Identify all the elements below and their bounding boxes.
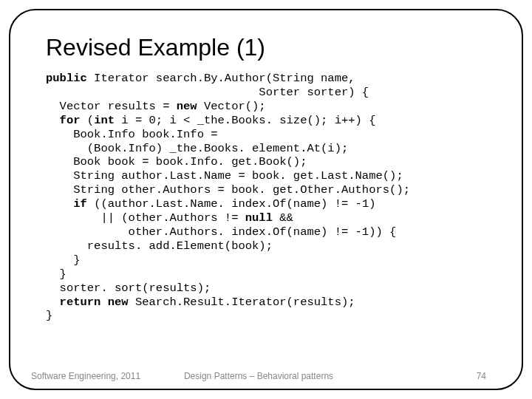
code-text: String other.Authors = book. get.Other.A… [46,183,410,197]
code-text: Search.Result.Iterator(results); [129,296,355,309]
code-text [46,197,73,211]
code-block: public Iterator search.By.Author(String … [46,72,486,323]
code-text: results. add.Element(book); [46,239,273,253]
slide-title: Revised Example (1) [46,34,486,61]
code-text: } [46,253,81,267]
footer-center: Design Patterns – Behavioral patterns [145,371,372,381]
code-text: sorter. sort(results); [46,282,211,295]
code-text: Iterator search.By.Author(String name, [87,72,355,85]
code-text: Vector(); [197,100,266,113]
kw-null: null [245,211,273,225]
code-text: other.Authors. index.Of(name) != -1)) { [46,225,396,239]
page-number: 74 [372,371,486,381]
kw-for: for [60,114,81,127]
code-text: i = 0; i < _the.Books. size(); i++) { [115,114,375,127]
kw-if: if [73,197,87,211]
code-text: String author.Last.Name = book. get.Last… [46,169,403,183]
code-text: ((author.Last.Name. index.Of(name) != -1… [87,197,376,211]
kw-return-new: return new [60,296,129,309]
code-text: ( [81,114,95,127]
code-text: || (other.Authors != [46,211,245,225]
code-text: Book.Info book.Info = [46,128,218,141]
slide-frame: Revised Example (1) public Iterator sear… [9,9,523,390]
kw-int: int [94,114,115,127]
code-text: Vector results = [46,100,177,113]
kw-public: public [46,72,87,85]
footer: Software Engineering, 2011 Design Patter… [10,371,522,381]
code-text: (Book.Info) _the.Books. element.At(i); [46,142,348,155]
footer-left: Software Engineering, 2011 [31,371,145,381]
code-text: Book book = book.Info. get.Book(); [46,155,307,168]
kw-new: new [177,100,197,113]
code-text: && [273,211,293,225]
code-text: } [46,309,52,322]
code-text: } [46,267,66,281]
code-text [46,114,60,127]
code-text: Sorter sorter) { [46,86,369,99]
code-text [46,296,60,309]
